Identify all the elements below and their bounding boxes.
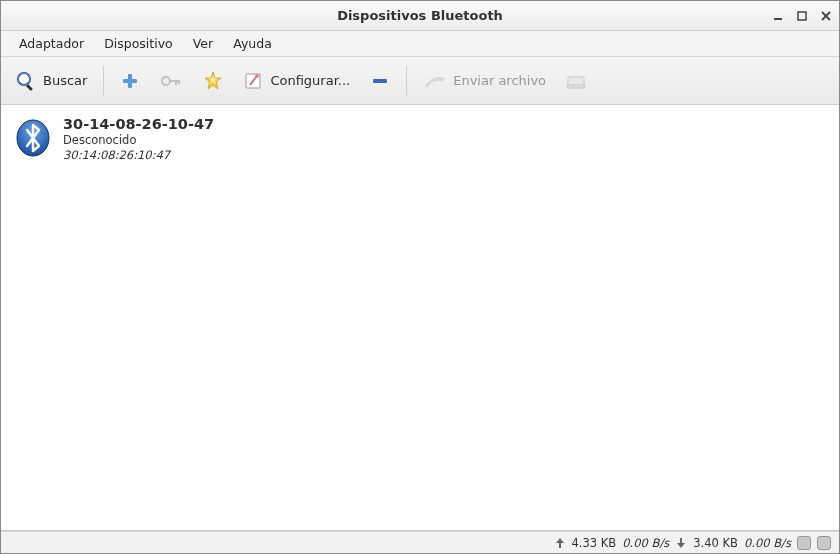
svg-rect-0 [774, 18, 782, 20]
window-controls [771, 1, 833, 30]
search-button-label: Buscar [43, 73, 87, 88]
window-title: Dispositivos Bluetooth [337, 8, 503, 23]
svg-point-16 [255, 74, 259, 78]
upload-total: 4.33 KB [572, 536, 617, 550]
device-type: Desconocido [63, 133, 214, 147]
svg-rect-11 [175, 80, 177, 85]
svg-rect-6 [26, 84, 33, 91]
upload-rate: 0.00 B/s [622, 536, 669, 550]
close-icon [821, 11, 831, 21]
send-file-button: Enviar archivo [415, 64, 554, 98]
device-mac: 30:14:08:26:10:47 [63, 148, 214, 162]
menu-adapter[interactable]: Adaptador [9, 31, 94, 56]
maximize-icon [797, 11, 807, 21]
device-name: 30-14-08-26-10-47 [63, 115, 214, 133]
send-icon [423, 72, 447, 90]
download-rate: 0.00 B/s [744, 536, 791, 550]
send-file-label: Enviar archivo [453, 73, 546, 88]
download-icon [675, 537, 687, 549]
minimize-icon [773, 11, 783, 21]
close-button[interactable] [819, 9, 833, 23]
toolbar-separator [406, 66, 407, 96]
menu-view[interactable]: Ver [183, 31, 223, 56]
plus-icon [120, 71, 140, 91]
svg-rect-12 [178, 80, 180, 84]
svg-rect-17 [373, 79, 387, 83]
svg-rect-1 [798, 12, 806, 20]
remove-button[interactable] [362, 64, 398, 98]
statusbar: 4.33 KB 0.00 B/s 3.40 KB 0.00 B/s [1, 531, 839, 553]
titlebar: Dispositivos Bluetooth [1, 1, 839, 31]
bluetooth-icon [13, 118, 53, 158]
browse-button [558, 64, 596, 98]
svg-rect-19 [567, 85, 585, 88]
device-list[interactable]: 30-14-08-26-10-47 Desconocido 30:14:08:2… [1, 105, 839, 531]
download-total: 3.40 KB [693, 536, 738, 550]
upload-icon [554, 537, 566, 549]
svg-rect-10 [169, 80, 179, 82]
trust-button[interactable] [194, 64, 232, 98]
menu-help[interactable]: Ayuda [223, 31, 282, 56]
tray-icon-2[interactable] [817, 536, 831, 550]
minus-icon [370, 71, 390, 91]
toolbar: Buscar [1, 57, 839, 105]
device-text: 30-14-08-26-10-47 Desconocido 30:14:08:2… [63, 115, 214, 162]
bluetooth-devices-window: Dispositivos Bluetooth Adaptador Disposi… [0, 0, 840, 554]
search-icon [15, 70, 37, 92]
menu-device[interactable]: Dispositivo [94, 31, 183, 56]
configure-button-label: Configurar... [270, 73, 350, 88]
configure-button[interactable]: Configurar... [236, 64, 358, 98]
key-icon [160, 71, 182, 91]
minimize-button[interactable] [771, 9, 785, 23]
device-icon-holder [11, 118, 55, 158]
svg-point-9 [162, 77, 170, 85]
star-icon [202, 70, 224, 92]
maximize-button[interactable] [795, 9, 809, 23]
add-button[interactable] [112, 64, 148, 98]
browse-icon [566, 72, 588, 90]
menubar: Adaptador Dispositivo Ver Ayuda [1, 31, 839, 57]
search-button[interactable]: Buscar [7, 64, 95, 98]
pair-button [152, 64, 190, 98]
device-item[interactable]: 30-14-08-26-10-47 Desconocido 30:14:08:2… [1, 111, 839, 166]
configure-icon [244, 71, 264, 91]
toolbar-separator [103, 66, 104, 96]
svg-rect-8 [123, 79, 137, 83]
tray-icon-1[interactable] [797, 536, 811, 550]
